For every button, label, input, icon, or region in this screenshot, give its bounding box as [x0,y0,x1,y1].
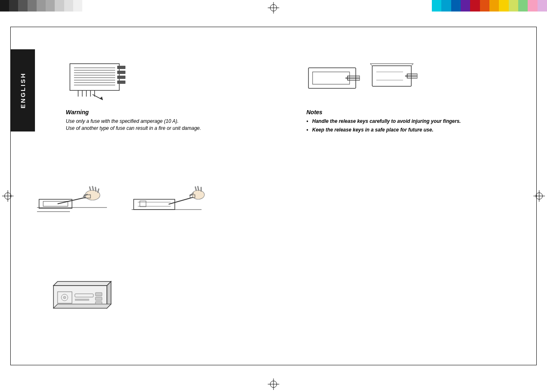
top-rule [10,27,537,27]
svg-marker-75 [53,304,111,308]
svg-line-54 [90,187,90,190]
fuse-illustration [66,53,290,103]
svg-line-65 [169,197,193,204]
warning-line1: Use only a fuse with the specified amper… [66,118,178,124]
hand-key-illus-2 [132,177,206,226]
svg-rect-82 [95,297,102,300]
svg-line-56 [95,187,96,191]
notes-title: Notes [306,109,531,115]
unit-isometric-illus [41,271,123,325]
svg-rect-83 [95,302,102,304]
svg-line-39 [370,64,372,66]
warning-title: Warning [66,109,290,115]
crosshair-top [268,2,279,14]
svg-line-40 [411,64,413,66]
bottom-rule [10,365,537,365]
svg-marker-72 [53,281,111,286]
language-sidebar: ENGLISH [10,49,35,131]
warning-text: Use only a fuse with the specified amper… [66,118,290,132]
notes-item-1: Handle the release keys carefully to avo… [306,118,531,125]
crosshair-left [2,190,14,202]
svg-rect-50 [39,199,72,208]
top-section: Warning Use only a fuse with the specifi… [37,53,531,135]
notes-item-2: Keep the release keys in a safe place fo… [306,127,531,134]
svg-line-55 [93,187,93,190]
svg-rect-21 [117,66,125,69]
svg-rect-80 [75,299,89,301]
bottom-illustrations-row1 [37,177,206,226]
svg-rect-81 [95,293,102,296]
svg-line-68 [198,187,199,190]
svg-rect-22 [117,71,125,74]
right-color-blocks [432,0,547,12]
language-label: ENGLISH [19,72,26,108]
svg-rect-24 [117,81,125,84]
crosshair-right [533,190,545,202]
warning-line2: Use of another type of fuse can result i… [66,125,201,131]
hand-key-illus-1 [37,177,111,226]
right-rule [536,27,537,365]
svg-rect-64 [140,201,146,207]
release-key-illustrations [306,53,531,103]
crosshair-bottom [268,378,279,390]
svg-point-78 [63,296,66,299]
left-color-blocks [0,0,82,12]
svg-rect-23 [117,76,125,79]
svg-line-67 [195,187,196,190]
svg-line-57 [98,189,99,192]
svg-rect-33 [313,72,350,84]
audio-unit-illustration [41,271,123,325]
right-column: Notes Handle the release keys carefully … [298,53,531,135]
notes-list: Handle the release keys carefully to avo… [306,118,531,134]
left-column: Warning Use only a fuse with the specifi… [37,53,290,135]
